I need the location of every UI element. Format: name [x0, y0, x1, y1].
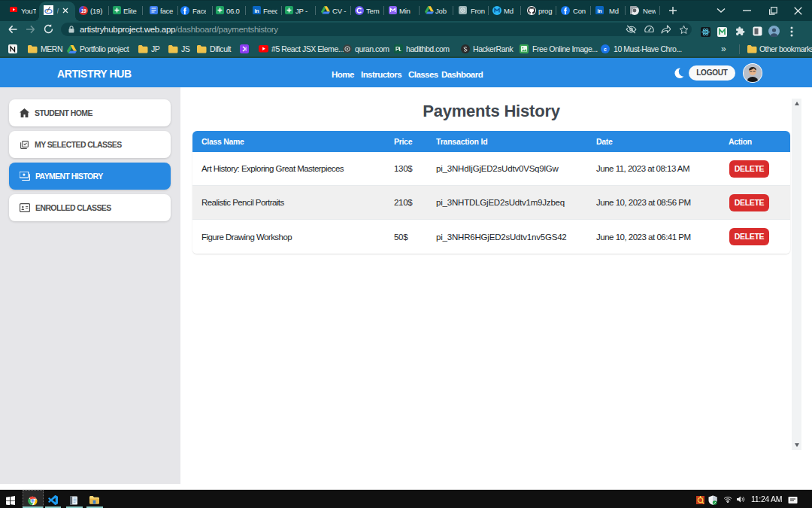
svg-text:c: c	[604, 47, 607, 52]
svg-text:in: in	[254, 8, 259, 14]
svg-text:19: 19	[81, 8, 87, 13]
svg-text:in: in	[597, 8, 601, 14]
